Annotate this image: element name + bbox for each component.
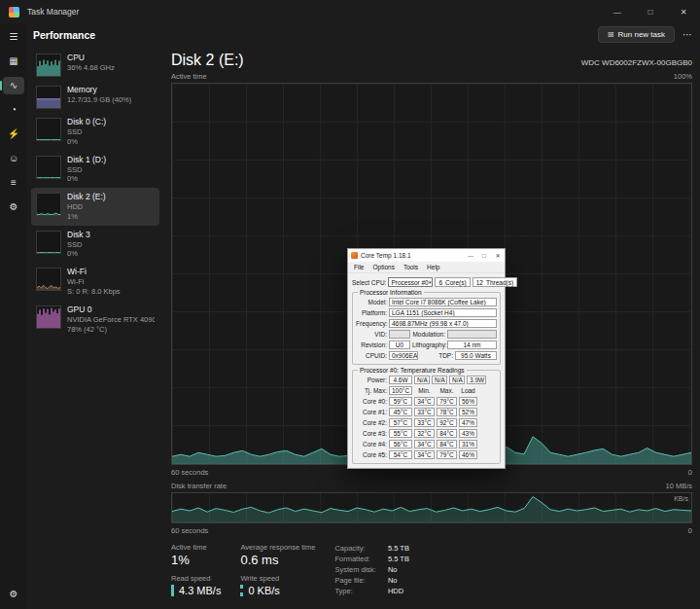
vid-label: VID:: [356, 331, 387, 338]
core3-max-field[interactable]: 84°C: [437, 429, 457, 438]
core1-min-field[interactable]: 33°C: [414, 408, 435, 416]
time-axis-right: 0: [688, 468, 692, 477]
power-field[interactable]: N/A: [432, 376, 447, 384]
core1-label: Core #1:: [356, 409, 387, 415]
more-options-button[interactable]: ⋯: [682, 29, 692, 40]
rail-item-processes[interactable]: ▦: [3, 53, 24, 70]
rail-item-details[interactable]: ≡: [3, 174, 24, 192]
sidebar-item-disk2[interactable]: Disk 2 (E:) HDD 1%: [31, 188, 159, 226]
formatted-label: Formatted:: [334, 555, 376, 563]
model-field[interactable]: Intel Core i7 8086K (Coffee Lake): [389, 298, 497, 306]
tjmax-field[interactable]: 100°C: [389, 386, 412, 395]
core-temp-minimize-button[interactable]: —: [464, 249, 477, 262]
sidebar-item-sub: 1%: [67, 212, 106, 222]
core-temp-close-button[interactable]: ✕: [491, 249, 505, 262]
header-bar: Performance ⊞ Run new task ⋯: [27, 23, 700, 46]
sidebar-item-title: Wi-Fi: [67, 267, 121, 277]
frequency-field[interactable]: 4698.87MHz (99.98 x 47.0): [389, 319, 497, 328]
tdp-field[interactable]: 95.0 Watts: [455, 351, 497, 360]
time-axis-right: 0: [688, 526, 692, 535]
power-field[interactable]: N/A: [449, 376, 465, 384]
core1-temp-field[interactable]: 45°C: [389, 408, 412, 416]
power-label: Power:: [356, 376, 387, 383]
core0-min-field[interactable]: 34°C: [414, 397, 435, 406]
vid-field[interactable]: [389, 330, 410, 339]
sidebar-item-disk0[interactable]: Disk 0 (C:) SSD 0%: [31, 113, 159, 151]
menu-options[interactable]: Options: [368, 263, 398, 271]
cpuid-field[interactable]: 0x906EA: [389, 351, 418, 360]
thread-count-suffix: Thread(s): [486, 279, 513, 286]
write-speed-value: 0 KB/s: [240, 585, 315, 596]
core2-max-field[interactable]: 92°C: [437, 418, 457, 427]
core-temp-maximize-button[interactable]: □: [477, 249, 491, 262]
core1-load-field[interactable]: 52%: [459, 408, 477, 416]
core-count-field[interactable]: 6 Core(s): [435, 277, 470, 287]
rail-item-services[interactable]: ⚙: [3, 198, 24, 216]
core5-min-field[interactable]: 34°C: [414, 450, 435, 459]
core2-temp-field[interactable]: 57°C: [389, 418, 412, 427]
menu-help[interactable]: Help: [423, 263, 443, 271]
sidebar-item-memory[interactable]: Memory 12.7/31.9 GB (40%): [31, 81, 159, 113]
platform-field[interactable]: LGA 1151 (Socket H4): [389, 308, 497, 317]
sidebar-item-gpu0[interactable]: GPU 0 NVIDIA GeForce RTX 4090 78% (42 °C…: [31, 301, 159, 339]
rail-item-users[interactable]: ☺: [3, 150, 24, 167]
core-temp-row: Core #1: 45°C 33°C 78°C 52%: [356, 408, 497, 416]
sidebar-item-wifi[interactable]: Wi-Fi Wi-Fi S: 0 R: 8.0 Kbps: [31, 263, 159, 301]
lithography-field[interactable]: 14 nm: [447, 340, 497, 349]
core3-load-field[interactable]: 43%: [459, 429, 477, 438]
power-field[interactable]: N/A: [414, 376, 430, 384]
processor-information-group: Processor Information Model: Intel Core …: [352, 292, 501, 365]
core5-temp-field[interactable]: 54°C: [389, 450, 412, 459]
close-button[interactable]: ✕: [667, 0, 700, 23]
column-header-max: Max.: [437, 387, 457, 394]
frequency-label: Frequency:: [356, 320, 387, 327]
core4-min-field[interactable]: 34°C: [414, 440, 435, 448]
capacity-label: Capacity:: [334, 544, 376, 553]
thread-count-field[interactable]: 12 Thread(s): [472, 277, 517, 287]
sidebar-item-cpu[interactable]: CPU 36% 4.68 GHz: [31, 49, 159, 81]
modulation-field[interactable]: [447, 330, 497, 339]
formatted-value: 5.5 TB: [388, 555, 409, 563]
settings-button[interactable]: ⚙: [3, 586, 24, 603]
sidebar-item-title: Memory: [67, 85, 131, 95]
rail-item-startup-apps[interactable]: ⚡: [3, 125, 24, 143]
run-new-task-button[interactable]: ⊞ Run new task: [598, 26, 675, 43]
cpu-select-dropdown[interactable]: Processor #0 ▾: [388, 277, 433, 287]
core0-max-field[interactable]: 79°C: [437, 397, 457, 406]
core5-load-field[interactable]: 46%: [459, 450, 477, 459]
core3-temp-field[interactable]: 55°C: [389, 429, 412, 438]
titlebar[interactable]: Task Manager — □ ✕: [0, 0, 700, 23]
sidebar-item-disk3[interactable]: Disk 3 SSD 0%: [31, 226, 159, 264]
core4-label: Core #4:: [356, 441, 387, 448]
hamburger-menu-button[interactable]: ☰: [3, 28, 24, 46]
menu-file[interactable]: File: [350, 263, 368, 271]
sidebar-item-disk1[interactable]: Disk 1 (D:) SSD 0%: [31, 151, 159, 189]
core0-load-field[interactable]: 56%: [459, 397, 477, 406]
core2-load-field[interactable]: 47%: [459, 418, 477, 427]
disk-properties: Capacity: 5.5 TB Formatted: 5.5 TB Syste…: [334, 543, 408, 603]
maximize-button[interactable]: □: [634, 0, 667, 23]
core-temp-titlebar[interactable]: Core Temp 1.18.1 — □ ✕: [348, 249, 505, 262]
core4-max-field[interactable]: 84°C: [437, 440, 457, 448]
core0-temp-field[interactable]: 59°C: [389, 397, 412, 406]
rail-item-performance[interactable]: ∿: [3, 77, 24, 94]
page-file-value: No: [388, 576, 409, 585]
sidebar-item-title: GPU 0: [67, 304, 155, 315]
task-manager-app-icon: [9, 7, 19, 18]
transfer-rate-graph: KB/s: [171, 492, 692, 523]
core5-max-field[interactable]: 79°C: [437, 450, 457, 459]
power-field[interactable]: 3.9W: [467, 376, 486, 384]
core1-max-field[interactable]: 78°C: [437, 408, 457, 416]
core4-temp-field[interactable]: 56°C: [389, 440, 412, 448]
minimize-button[interactable]: —: [601, 0, 634, 23]
core2-min-field[interactable]: 33°C: [414, 418, 435, 427]
power-field[interactable]: 4.6W: [389, 376, 412, 384]
core4-load-field[interactable]: 31%: [459, 440, 477, 448]
revision-field[interactable]: U0: [389, 340, 410, 349]
disk3-mini-graph: [36, 231, 61, 254]
core3-min-field[interactable]: 32°C: [414, 429, 435, 438]
cpu-mini-graph: [36, 54, 61, 77]
rail-item-app-history[interactable]: ◔: [3, 101, 24, 119]
disk-title: Disk 2 (E:): [171, 52, 244, 69]
menu-tools[interactable]: Tools: [400, 263, 422, 271]
